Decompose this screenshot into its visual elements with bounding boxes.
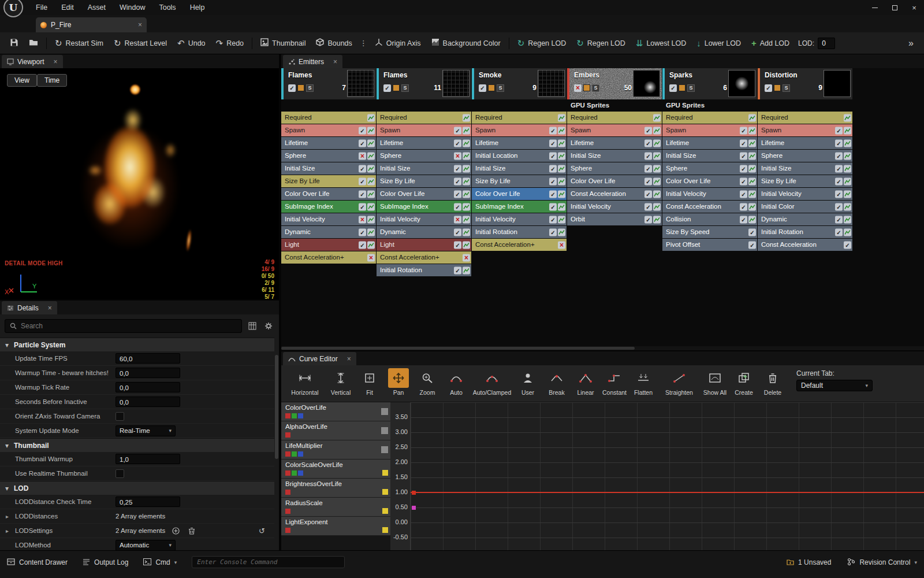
loddistance-check-time-field[interactable]: 0,25 <box>116 497 180 507</box>
curve-track-radiusscale[interactable]: RadiusScale <box>281 498 390 517</box>
module-row-color-over-life[interactable]: Color Over Life✓ <box>472 188 567 200</box>
module-row-initial-velocity[interactable]: Initial Velocity✓ <box>662 188 757 200</box>
module-enabled-checkbox[interactable]: ✓ <box>454 241 461 249</box>
module-row-collision[interactable]: Collision✓ <box>662 213 757 225</box>
curve-tool-user[interactable]: User <box>513 367 542 396</box>
solo-button[interactable]: S <box>783 84 790 92</box>
module-enabled-checkbox[interactable]: ✓ <box>549 165 557 172</box>
module-enabled-checkbox[interactable]: ✓ <box>549 190 557 198</box>
channel-color-dot[interactable] <box>285 470 290 476</box>
module-row-size-by-life[interactable]: Size By Life✓ <box>758 175 852 187</box>
close-icon[interactable]: × <box>347 355 351 363</box>
curve-tool-auto-clamped[interactable]: Auto/Clamped <box>471 367 513 396</box>
lod-value[interactable]: 0 <box>818 38 835 49</box>
channel-color-dot[interactable] <box>298 413 303 418</box>
module-curve-icon[interactable] <box>748 127 756 134</box>
channel-color-dot[interactable] <box>292 413 297 418</box>
unsaved-button[interactable]: 1 Unsaved <box>787 555 831 569</box>
module-enabled-checkbox[interactable]: ✓ <box>644 165 652 172</box>
emitter-header[interactable]: Embers×S50 <box>567 68 662 99</box>
module-enabled-checkbox[interactable]: ✓ <box>835 228 843 236</box>
module-curve-icon[interactable] <box>463 177 470 185</box>
lowest-lod-button[interactable]: ⇊Lowest LOD <box>631 35 691 52</box>
module-row-size-by-life[interactable]: Size By Life✓ <box>281 175 376 187</box>
module-row-color-over-life[interactable]: Color Over Life✓ <box>281 188 376 200</box>
module-enabled-checkbox[interactable]: ✓ <box>740 152 747 160</box>
module-enabled-checkbox[interactable]: ✓ <box>835 152 843 160</box>
emitter-enabled-checkbox[interactable]: ✓ <box>669 84 677 92</box>
module-enabled-checkbox[interactable]: ✓ <box>844 241 851 249</box>
channel-color-dot[interactable] <box>285 413 290 418</box>
module-enabled-checkbox[interactable]: ✓ <box>549 216 557 223</box>
module-enabled-checkbox[interactable]: ✓ <box>740 127 747 134</box>
section-expand-icon[interactable]: ▾ <box>0 484 14 492</box>
curve-track-lightexponent[interactable]: LightExponent <box>281 517 390 536</box>
emitter-color-swatch[interactable] <box>488 84 495 91</box>
orient-zaxis-toward-camera-checkbox[interactable] <box>116 412 124 421</box>
module-row-subimage-index[interactable]: SubImage Index✓ <box>377 201 471 213</box>
module-enabled-checkbox[interactable]: ✓ <box>454 139 461 147</box>
emitter-color-swatch[interactable] <box>679 84 685 91</box>
warmup-tick-rate-field[interactable]: 0,0 <box>116 382 180 392</box>
module-row-sphere[interactable]: Sphere✓ <box>758 150 852 162</box>
module-row-light[interactable]: Light✓ <box>281 239 376 251</box>
menu-help[interactable]: Help <box>183 0 212 15</box>
details-scrollbar[interactable] <box>275 355 278 459</box>
module-curve-icon[interactable] <box>463 114 470 121</box>
module-curve-icon[interactable] <box>463 228 470 236</box>
time-menu-button[interactable]: Time <box>37 74 67 87</box>
module-enabled-checkbox[interactable]: ✓ <box>835 165 843 172</box>
module-enabled-checkbox[interactable]: ✓ <box>454 266 461 274</box>
module-curve-icon[interactable] <box>748 114 756 121</box>
module-enabled-checkbox[interactable]: ✓ <box>359 241 366 249</box>
module-row-initial-size[interactable]: Initial Size✓ <box>472 162 567 175</box>
section-expand-icon[interactable]: ▾ <box>0 341 14 349</box>
module-enabled-checkbox[interactable]: ✓ <box>454 203 461 210</box>
curve-key-point[interactable] <box>412 491 416 495</box>
module-curve-icon[interactable] <box>844 127 851 134</box>
module-row-initial-color[interactable]: Initial Color✓ <box>758 201 852 213</box>
module-row-initial-velocity[interactable]: Initial Velocity× <box>377 213 471 225</box>
solo-button[interactable]: S <box>401 84 409 92</box>
module-curve-icon[interactable] <box>748 165 756 172</box>
curve-graph[interactable] <box>410 402 924 550</box>
module-enabled-checkbox[interactable]: ✓ <box>740 190 747 198</box>
module-curve-icon[interactable] <box>367 165 375 172</box>
module-row-dynamic[interactable]: Dynamic✓ <box>758 213 852 225</box>
channel-color-dot[interactable] <box>292 451 297 457</box>
module-row-spawn[interactable]: Spawn✓ <box>472 124 567 136</box>
module-row-subimage-index[interactable]: SubImage Index✓ <box>281 201 376 213</box>
emitter-header[interactable]: Distortion✓S9 <box>758 68 852 99</box>
module-enabled-checkbox[interactable]: ✓ <box>740 165 747 172</box>
module-enabled-checkbox[interactable]: ✓ <box>454 190 461 198</box>
add-element-icon[interactable] <box>170 525 181 536</box>
module-enabled-checkbox[interactable]: × <box>454 216 461 223</box>
module-curve-icon[interactable] <box>748 152 756 160</box>
emitter-header[interactable]: Flames✓S11 <box>377 68 471 99</box>
module-enabled-checkbox[interactable]: ✓ <box>835 216 843 223</box>
module-curve-icon[interactable] <box>653 177 661 185</box>
module-row-initial-velocity[interactable]: Initial Velocity✓ <box>567 201 662 213</box>
menu-file[interactable]: File <box>29 0 54 15</box>
module-enabled-checkbox[interactable]: ✓ <box>549 177 557 185</box>
section-thumbnail[interactable]: ▾Thumbnail <box>0 438 274 452</box>
module-row-required[interactable]: Required <box>472 112 567 124</box>
module-enabled-checkbox[interactable]: × <box>359 152 366 160</box>
module-curve-icon[interactable] <box>558 127 565 134</box>
module-curve-icon[interactable] <box>653 152 661 160</box>
module-curve-icon[interactable] <box>367 190 375 198</box>
tab-curve-editor[interactable]: Curve Editor × <box>283 352 356 365</box>
emitter-thumbnail[interactable] <box>728 70 755 97</box>
curve-tool-fit[interactable]: Fit <box>355 367 384 396</box>
module-row-initial-rotation[interactable]: Initial Rotation✓ <box>472 226 567 238</box>
module-enabled-checkbox[interactable]: ✓ <box>454 228 461 236</box>
module-row-size-by-speed[interactable]: Size By Speed✓ <box>662 226 757 238</box>
content-drawer-button[interactable]: Content Drawer <box>7 555 68 569</box>
module-curve-icon[interactable] <box>558 203 565 210</box>
close-button[interactable]: × <box>904 0 924 15</box>
emitter-enabled-checkbox[interactable]: ✓ <box>479 84 486 92</box>
menu-window[interactable]: Window <box>113 0 152 15</box>
channel-color-dot[interactable] <box>285 528 290 533</box>
module-row-const-acceleration[interactable]: Const Acceleration+× <box>377 251 471 264</box>
module-enabled-checkbox[interactable]: ✓ <box>359 203 366 210</box>
